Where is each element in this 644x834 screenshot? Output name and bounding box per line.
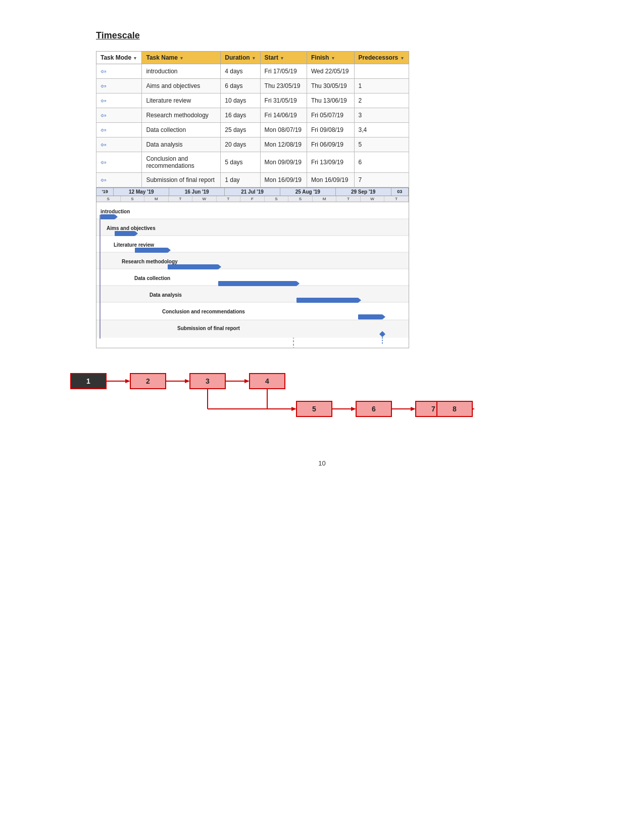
network-node-label-1: 1	[86, 377, 90, 385]
col-header-duration: Duration ▾	[221, 52, 260, 64]
filter-arrow-duration[interactable]: ▾	[253, 56, 255, 61]
tl-cell-oct: 03	[391, 188, 409, 196]
timeline-header-row1: '19 12 May '19 16 Jun '19 21 Jul '19 25 …	[96, 188, 409, 196]
day-f1: F	[240, 196, 265, 202]
col-header-mode: Task Mode ▾	[96, 52, 142, 64]
day-t2: T	[217, 196, 241, 202]
cell-predecessors: 6	[354, 152, 409, 173]
cell-mode: ⇦	[96, 137, 142, 152]
cell-duration: 5 days	[221, 152, 260, 173]
cell-finish: Fri 09/08/19	[307, 123, 355, 137]
cell-name: Submission of final report	[142, 173, 221, 188]
network-node-label-3: 3	[206, 377, 210, 385]
cell-name: introduction	[142, 64, 221, 79]
cell-name: Data analysis	[142, 137, 221, 152]
filter-arrow-mode[interactable]: ▾	[134, 56, 136, 61]
tl-cell-aug: 25 Aug '19	[280, 188, 336, 196]
day-t1: T	[169, 196, 193, 202]
table-row: ⇦Data analysis20 daysMon 12/08/19Fri 06/…	[96, 137, 409, 152]
cell-name: Literature review	[142, 94, 221, 108]
cell-start: Thu 23/05/19	[260, 79, 307, 94]
table-row: ⇦Aims and objectives6 daysThu 23/05/19Th…	[96, 79, 409, 94]
arrowhead-3-4	[244, 379, 250, 383]
gantt-bar-lit	[135, 248, 168, 253]
gantt-table-wrapper: Task Mode ▾ Task Name ▾ Duration ▾ Start…	[96, 51, 604, 188]
table-row: ⇦Data collection25 daysMon 08/07/19Fri 0…	[96, 123, 409, 137]
cell-predecessors: 7	[354, 173, 409, 188]
task-mode-icon: ⇦	[101, 126, 107, 134]
filter-arrow-finish[interactable]: ▾	[332, 56, 334, 61]
table-row: ⇦Research methodology16 daysFri 14/06/19…	[96, 108, 409, 123]
day-w2: W	[361, 196, 385, 202]
cell-duration: 16 days	[221, 108, 260, 123]
cell-mode: ⇦	[96, 108, 142, 123]
network-node-label-6: 6	[372, 405, 376, 413]
cell-mode: ⇦	[96, 64, 142, 79]
cell-mode: ⇦	[96, 152, 142, 173]
tl-cell-year: '19	[96, 188, 114, 196]
task-mode-icon: ⇦	[101, 158, 107, 166]
day-s3: S	[265, 196, 289, 202]
cell-duration: 1 day	[221, 173, 260, 188]
col-header-finish: Finish ▾	[307, 52, 355, 64]
bar-label-1: introduction	[101, 209, 130, 214]
cell-finish: Wed 22/05/19	[307, 64, 355, 79]
tl-cell-jul: 21 Jul '19	[225, 188, 280, 196]
network-node-label-7: 7	[431, 405, 435, 413]
cell-start: Mon 09/09/19	[260, 152, 307, 173]
day-t4: T	[384, 196, 409, 202]
cell-finish: Fri 06/09/19	[307, 137, 355, 152]
task-mode-icon: ⇦	[101, 111, 107, 119]
cell-duration: 4 days	[221, 64, 260, 79]
bar-label-8: Submission of final report	[177, 326, 240, 331]
svg-rect-1	[96, 202, 409, 219]
col-header-predecessors: Predecessors ▾	[354, 52, 409, 64]
day-s1: S	[96, 196, 121, 202]
cell-start: Mon 08/07/19	[260, 123, 307, 137]
timeline-header-row2: S S M T W T F S S M T W T	[96, 196, 409, 202]
bar-label-4: Research methodology	[122, 259, 178, 264]
arrowhead-1-2	[125, 379, 130, 383]
bar-label-3: Literature review	[114, 242, 154, 248]
svg-rect-8	[96, 320, 409, 338]
day-w1: W	[192, 196, 217, 202]
day-s2: S	[121, 196, 145, 202]
arrowhead-3-5	[291, 407, 296, 411]
tl-cell-sep: 29 Sep '19	[336, 188, 391, 196]
cell-duration: 6 days	[221, 79, 260, 94]
bar-label-7: Conclusion and recommendations	[162, 309, 245, 314]
cell-start: Fri 17/05/19	[260, 64, 307, 79]
cell-finish: Thu 13/06/19	[307, 94, 355, 108]
cell-name: Data collection	[142, 123, 221, 137]
network-diagram-svg: 1 2 3 4 5 6 7 8	[66, 363, 480, 429]
table-row: ⇦Conclusion and recommendations5 daysMon…	[96, 152, 409, 173]
table-row: ⇦introduction4 daysFri 17/05/19Wed 22/05…	[96, 64, 409, 79]
gantt-table: Task Mode ▾ Task Name ▾ Duration ▾ Start…	[96, 51, 409, 188]
svg-rect-6	[96, 286, 409, 302]
day-m2: M	[313, 196, 337, 202]
cell-predecessors: 5	[354, 137, 409, 152]
bar-label-2: Aims and objectives	[107, 225, 156, 231]
network-node-label-5: 5	[312, 405, 316, 413]
gantt-bars-svg: introduction Aims and objectives Literat…	[96, 202, 409, 348]
tl-cell-may: 12 May '19	[114, 188, 169, 196]
filter-arrow-name[interactable]: ▾	[180, 56, 183, 61]
gantt-bar-research	[168, 264, 218, 269]
day-t3: T	[336, 196, 361, 202]
cell-predecessors: 2	[354, 94, 409, 108]
task-mode-icon: ⇦	[101, 82, 107, 90]
filter-arrow-predecessors[interactable]: ▾	[401, 56, 404, 61]
task-mode-icon: ⇦	[101, 141, 107, 149]
gantt-bar-aims	[115, 231, 135, 236]
col-header-start: Start ▾	[260, 52, 307, 64]
bar-label-6: Data analysis	[150, 292, 182, 298]
cell-name: Aims and objectives	[142, 79, 221, 94]
cell-start: Fri 14/06/19	[260, 108, 307, 123]
cell-predecessors: 3	[354, 108, 409, 123]
gantt-bar-dataanalysis	[296, 298, 358, 303]
cell-predecessors	[354, 64, 409, 79]
cell-mode: ⇦	[96, 123, 142, 137]
arrowhead-6-7	[411, 407, 416, 411]
arrowhead-5-6	[351, 407, 356, 411]
filter-arrow-start[interactable]: ▾	[281, 56, 283, 61]
